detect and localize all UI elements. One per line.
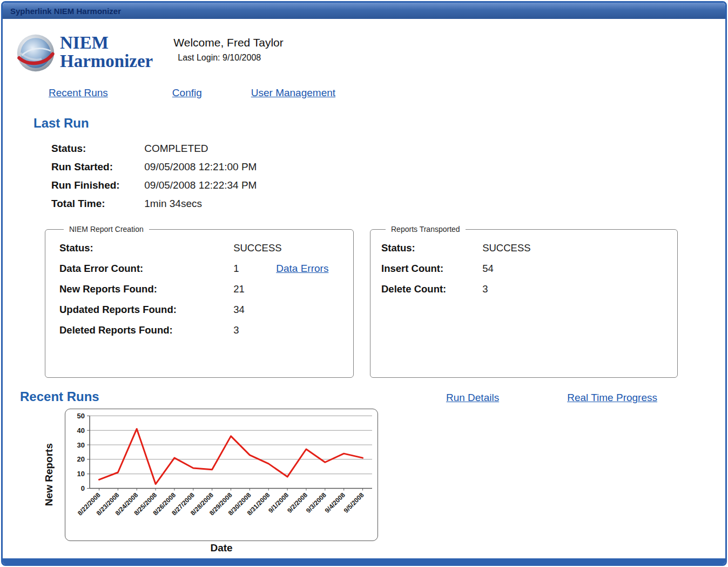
- run-status-label: Status:: [51, 139, 141, 158]
- nav-recent-runs-link[interactable]: Recent Runs: [49, 87, 108, 99]
- run-status-value: COMPLETED: [144, 143, 208, 154]
- new-reports-found-label: New Reports Found:: [59, 279, 231, 299]
- run-details-link[interactable]: Run Details: [446, 392, 499, 404]
- svg-text:0: 0: [81, 484, 85, 492]
- run-status-row: Status: COMPLETED: [51, 139, 709, 158]
- delete-count-label: Delete Count:: [381, 279, 480, 299]
- recent-runs-chart-row: New Reports 010203040508/22/20088/23/200…: [43, 409, 709, 541]
- brand-name: NIEM Harmonizer: [60, 34, 153, 70]
- svg-text:30: 30: [77, 441, 85, 449]
- total-time-value: 1min 34secs: [144, 198, 202, 209]
- deleted-reports-found-value: 3: [233, 320, 273, 341]
- transport-status-value: SUCCESS: [482, 238, 530, 258]
- main-nav: Recent Runs Config User Management: [19, 87, 709, 99]
- insert-count-row: Insert Count: 54: [381, 258, 670, 279]
- nav-config-link[interactable]: Config: [172, 87, 202, 99]
- run-started-value: 09/05/2008 12:21:00 PM: [144, 161, 257, 172]
- reports-transported-legend: Reports Transported: [386, 225, 466, 234]
- svg-text:20: 20: [77, 455, 85, 463]
- window-title: Sypherlink NIEM Harmonizer: [10, 6, 121, 16]
- svg-text:50: 50: [77, 412, 85, 420]
- real-time-progress-link[interactable]: Real Time Progress: [567, 392, 657, 404]
- last-login-value: 9/10/2008: [223, 53, 261, 62]
- data-error-count-value: 1: [233, 258, 273, 279]
- brand-line1: NIEM: [60, 34, 153, 52]
- last-run-heading: Last Run: [33, 115, 709, 131]
- last-login-text: Last Login: 9/10/2008: [178, 53, 283, 63]
- total-time-row: Total Time: 1min 34secs: [51, 195, 709, 213]
- svg-text:40: 40: [77, 426, 85, 435]
- brand-line2: Harmonizer: [60, 52, 153, 71]
- last-login-label: Last Login:: [178, 53, 220, 62]
- svg-text:9/4/2008: 9/4/2008: [323, 491, 347, 515]
- svg-text:9/3/2008: 9/3/2008: [305, 491, 328, 515]
- nav-user-management-link[interactable]: User Management: [251, 87, 335, 99]
- recent-runs-line-chart: 010203040508/22/20088/23/20088/24/20088/…: [65, 409, 378, 541]
- updated-reports-found-label: Updated Reports Found:: [59, 299, 231, 320]
- insert-count-value: 54: [482, 258, 522, 279]
- updated-reports-found-row: Updated Reports Found: 34: [59, 299, 346, 320]
- chart-x-axis-label: Date: [65, 542, 378, 554]
- insert-count-label: Insert Count:: [381, 258, 480, 279]
- window-titlebar: Sypherlink NIEM Harmonizer: [3, 3, 725, 19]
- transport-status-row: Status: SUCCESS: [381, 238, 670, 258]
- run-started-label: Run Started:: [51, 158, 141, 176]
- last-run-summary: Status: COMPLETED Run Started: 09/05/200…: [51, 139, 709, 213]
- recent-runs-heading: Recent Runs: [20, 389, 99, 404]
- svg-text:9/2/2008: 9/2/2008: [286, 491, 309, 515]
- niem-report-creation-panel: NIEM Report Creation Status: SUCCESS Dat…: [45, 225, 354, 378]
- creation-status-label: Status:: [59, 238, 231, 258]
- deleted-reports-found-row: Deleted Reports Found: 3: [59, 320, 346, 341]
- chart-y-axis-label: New Reports: [43, 443, 65, 506]
- delete-count-value: 3: [482, 279, 522, 299]
- delete-count-row: Delete Count: 3: [381, 279, 670, 299]
- run-finished-row: Run Finished: 09/05/2008 12:22:34 PM: [51, 176, 709, 195]
- recent-runs-header-row: Recent Runs Run Details Real Time Progre…: [19, 389, 709, 404]
- svg-text:9/1/2008: 9/1/2008: [267, 491, 290, 515]
- updated-reports-found-value: 34: [233, 299, 273, 320]
- run-finished-value: 09/05/2008 12:22:34 PM: [144, 179, 257, 191]
- transport-status-label: Status:: [381, 238, 480, 258]
- run-detail-panels: NIEM Report Creation Status: SUCCESS Dat…: [45, 225, 709, 378]
- run-started-row: Run Started: 09/05/2008 12:21:00 PM: [51, 158, 709, 176]
- deleted-reports-found-label: Deleted Reports Found:: [59, 320, 231, 341]
- niem-report-creation-legend: NIEM Report Creation: [64, 225, 149, 234]
- app-window: Sypherlink NIEM Harmonizer: [1, 1, 727, 566]
- svg-text:10: 10: [77, 470, 85, 478]
- run-action-links: Run Details Real Time Progress: [446, 392, 657, 404]
- run-finished-label: Run Finished:: [51, 176, 141, 195]
- welcome-text: Welcome, Fred Taylor: [173, 36, 283, 49]
- welcome-block: Welcome, Fred Taylor Last Login: 9/10/20…: [173, 36, 283, 63]
- creation-status-row: Status: SUCCESS: [59, 238, 346, 258]
- recent-runs-chart-panel: 010203040508/22/20088/23/20088/24/20088/…: [65, 409, 378, 541]
- data-error-count-label: Data Error Count:: [59, 258, 231, 279]
- total-time-label: Total Time:: [51, 195, 141, 213]
- new-reports-found-row: New Reports Found: 21: [59, 279, 346, 299]
- creation-status-value: SUCCESS: [233, 238, 281, 258]
- page-header: NIEM Harmonizer Welcome, Fred Taylor Las…: [19, 33, 709, 73]
- new-reports-found-value: 21: [233, 279, 273, 299]
- page-content: NIEM Harmonizer Welcome, Fred Taylor Las…: [3, 19, 725, 558]
- data-errors-link[interactable]: Data Errors: [276, 263, 328, 274]
- data-error-count-row: Data Error Count: 1 Data Errors: [59, 258, 346, 279]
- app-logo-icon: [16, 33, 56, 73]
- svg-text:9/5/2008: 9/5/2008: [342, 491, 366, 515]
- reports-transported-panel: Reports Transported Status: SUCCESS Inse…: [370, 225, 678, 378]
- window-bottom-bar: [3, 558, 725, 564]
